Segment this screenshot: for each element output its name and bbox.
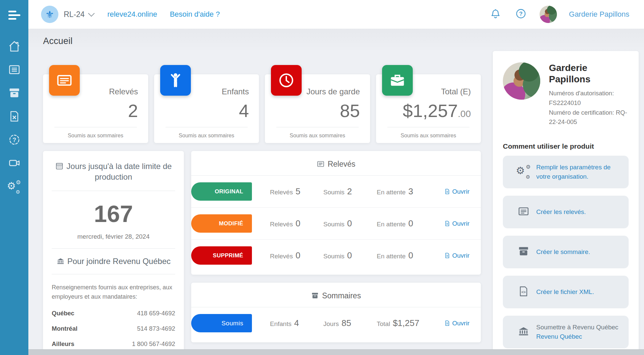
app-logo[interactable]: ⚜ — [41, 6, 58, 23]
cell-releves: Relevés0 — [270, 250, 323, 261]
divider — [166, 127, 248, 127]
horizontal-scrollbar[interactable] — [28, 349, 644, 355]
step-label[interactable]: Créer les relevés. — [536, 208, 586, 215]
briefcase-icon — [382, 65, 413, 96]
divider — [54, 127, 137, 127]
help-badge-icon: ? — [8, 133, 21, 147]
chevron-down-icon — [88, 10, 95, 17]
step-label[interactable]: Créer le sommaire. — [536, 248, 590, 255]
help-button[interactable]: ? — [514, 8, 528, 21]
step-label[interactable]: Remplir les paramètres de votre organisa… — [536, 164, 611, 180]
open-original-link[interactable]: Ouvrir — [430, 188, 469, 195]
link-releve24-online[interactable]: releve24.online — [107, 10, 157, 19]
phone-city: Montréal — [52, 325, 77, 332]
cell-en-attente: En attente0 — [377, 250, 430, 261]
app-name-label: RL-24 — [64, 10, 85, 19]
cell-soumis: Soumis0 — [323, 250, 377, 261]
sidebar: ? ⚙⚙⚙ — [0, 0, 28, 355]
fleur-de-lis-icon: ⚜ — [45, 9, 54, 20]
divider — [52, 191, 175, 191]
menu-toggle-button[interactable] — [8, 9, 20, 22]
releves-panel: Relevés ORIGINAL Relevés5 Soumis2 En att… — [191, 151, 481, 275]
video-icon — [8, 157, 21, 171]
contact-title: Pour joindre Revenu Québec — [52, 257, 175, 266]
step-label: Soumettre à Revenu Québec — [536, 323, 618, 332]
stat-card-total: Total (E) $1,257.00 Soumis aux sommaires — [376, 74, 481, 143]
step-parametres[interactable]: ⚙⚙⚙ Remplir les paramètres de votre orga… — [503, 156, 629, 188]
stats-row: Relevés 2 Soumis aux sommaires Enfants 4… — [43, 74, 481, 143]
stat-value: $1,257.00 — [386, 102, 471, 120]
stat-value-decimals: .00 — [458, 109, 471, 119]
cell-en-attente: En attente0 — [377, 218, 430, 229]
notifications-button[interactable] — [489, 8, 502, 21]
open-document-icon — [444, 188, 450, 195]
app-switcher[interactable]: RL-24 — [64, 10, 93, 19]
account-avatar[interactable] — [540, 6, 557, 23]
cell-enfants: Enfants4 — [270, 318, 323, 328]
sidebar-item-settings[interactable]: ⚙⚙⚙ — [6, 180, 23, 194]
sidebar-item-sommaires[interactable] — [6, 87, 23, 100]
step-soumettre[interactable]: Soumettre à Revenu Québec Revenu Québec — [503, 316, 629, 348]
avatar — [503, 62, 540, 100]
phone-city: Québec — [52, 310, 74, 317]
sidebar-item-help[interactable]: ? — [6, 134, 23, 147]
open-document-icon — [444, 252, 450, 259]
cell-jours: Jours85 — [323, 318, 377, 328]
howto-title: Comment utiliser le produit — [503, 142, 629, 150]
stat-value: 85 — [275, 102, 360, 120]
open-sommaire-link[interactable]: Ouvrir — [430, 320, 469, 327]
child-icon — [160, 65, 191, 96]
step-creer-sommaire[interactable]: Créer le sommaire. — [503, 236, 629, 268]
certification-number: Numéro de certification: RQ-22-24-005 — [549, 108, 629, 127]
stat-footer: Soumis aux sommaires — [53, 133, 138, 139]
archive-icon — [311, 292, 319, 300]
releves-row-supprime: SUPPRIMÉ Relevés0 Soumis0 En attente0 Ou… — [191, 239, 481, 271]
document-lines-icon — [518, 205, 530, 219]
phone-number: 418 659-4692 — [137, 310, 175, 317]
settings-gears-icon: ⚙⚙⚙ — [7, 180, 22, 194]
bank-icon — [56, 257, 65, 265]
contact-note: Renseignements fournis aux entreprises, … — [52, 283, 175, 302]
open-supprime-link[interactable]: Ouvrir — [430, 252, 469, 259]
organization-numbers: Numéros d'autorisation: FS2224010 Numéro… — [549, 89, 629, 127]
deadline-date: mercredi, février 28, 2024 — [52, 233, 175, 240]
releves-row-original: ORIGINAL Relevés5 Soumis2 En attente3 Ou… — [191, 176, 481, 207]
svg-text:<>: <> — [521, 290, 526, 294]
step-creer-releves[interactable]: Créer les relevés. — [503, 196, 629, 228]
step-creer-xml[interactable]: <> Créer le fichier XML. — [503, 276, 629, 308]
document-lines-icon — [317, 160, 325, 168]
days-remaining: 167 — [52, 202, 175, 226]
sommaires-panel: Sommaires Soumis Enfants4 Jours85 Total$… — [191, 283, 481, 342]
archive-icon — [518, 245, 530, 259]
account-name[interactable]: Garderie Papillons — [569, 10, 629, 19]
sidebar-item-releves[interactable] — [6, 64, 23, 77]
cell-soumis: Soumis0 — [323, 218, 377, 229]
cell-releves: Relevés5 — [270, 186, 323, 197]
open-modifie-link[interactable]: Ouvrir — [430, 220, 469, 227]
sommaires-archive-icon — [8, 87, 21, 101]
sidebar-item-home[interactable] — [6, 40, 23, 54]
sidebar-item-videos[interactable] — [6, 157, 23, 170]
authorization-number: Numéros d'autorisation: FS2224010 — [549, 89, 629, 108]
status-badge-supprime: SUPPRIMÉ — [191, 246, 252, 265]
avatar — [540, 6, 557, 23]
deadline-title: Jours jusqu'à la date limite de producti… — [52, 161, 175, 183]
clock-icon — [271, 65, 302, 96]
link-besoin-aide[interactable]: Besoin d'aide ? — [170, 10, 220, 19]
stat-card-jours-de-garde: Jours de garde 85 Soumis aux sommaires — [265, 74, 370, 143]
divider — [276, 127, 359, 127]
revenu-quebec-link[interactable]: Revenu Québec — [536, 333, 582, 340]
sidebar-item-xml[interactable] — [6, 110, 23, 124]
xml-file-icon — [8, 110, 21, 124]
open-document-icon — [444, 220, 450, 227]
question-circle-icon: ? — [515, 8, 527, 21]
bell-icon — [490, 8, 501, 21]
deadline-card: Jours jusqu'à la date limite de producti… — [43, 151, 184, 355]
divider — [387, 127, 470, 127]
step-label[interactable]: Créer le fichier XML. — [536, 288, 594, 295]
calendar-icon — [55, 162, 64, 170]
divider — [52, 274, 175, 274]
sommaires-row-soumis: Soumis Enfants4 Jours85 Total$1,257 Ouvr… — [191, 307, 481, 339]
status-badge-soumis: Soumis — [191, 314, 252, 332]
howto-steps: ⚙⚙⚙ Remplir les paramètres de votre orga… — [503, 156, 629, 348]
